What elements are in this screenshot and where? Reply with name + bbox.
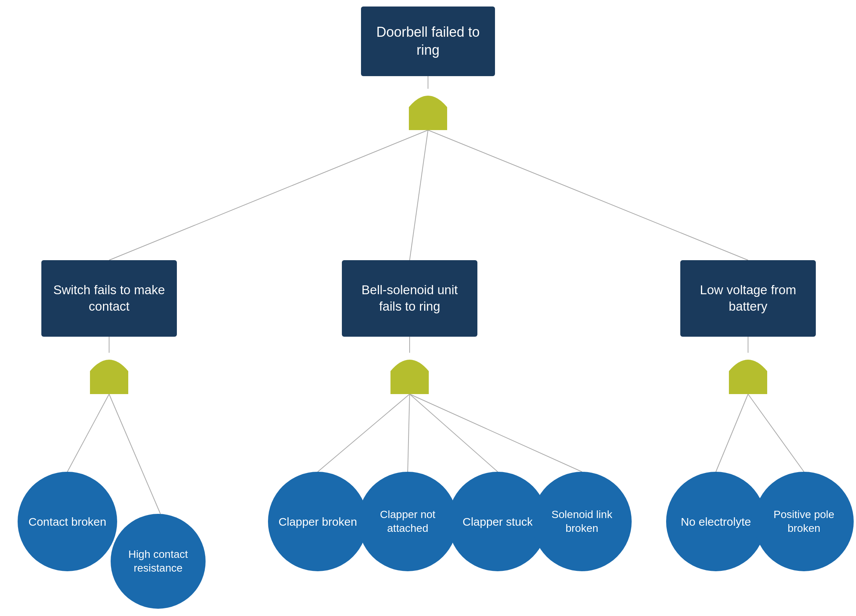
circle-positive-pole-broken: Positive pole broken — [754, 472, 854, 571]
circle-clapper-broken: Clapper broken — [268, 472, 368, 571]
gate-root — [405, 88, 451, 130]
right-box: Low voltage from battery — [680, 260, 816, 337]
svg-line-9 — [408, 394, 410, 472]
svg-line-8 — [318, 394, 410, 472]
gate-left — [86, 352, 132, 394]
fault-tree-diagram: Doorbell failed to ring Switch fails to … — [0, 0, 856, 616]
svg-line-14 — [748, 394, 804, 472]
svg-line-11 — [410, 394, 582, 472]
mid-box: Bell-solenoid unit fails to ring — [342, 260, 477, 337]
circle-solenoid-link-broken: Solenoid link broken — [532, 472, 632, 571]
svg-line-3 — [428, 130, 748, 260]
gate-right — [725, 352, 771, 394]
svg-line-1 — [109, 130, 428, 260]
circle-no-electrolyte: No electrolyte — [666, 472, 766, 571]
circle-contact-broken: Contact broken — [18, 472, 117, 571]
svg-line-5 — [67, 394, 109, 472]
circle-high-contact-resistance: High contact resistance — [111, 514, 206, 609]
svg-line-13 — [716, 394, 748, 472]
svg-line-10 — [410, 394, 498, 472]
svg-line-2 — [410, 130, 428, 260]
gate-mid — [387, 352, 433, 394]
root-box: Doorbell failed to ring — [361, 7, 495, 76]
circle-clapper-not-attached: Clapper not attached — [358, 472, 457, 571]
left-box: Switch fails to make contact — [41, 260, 177, 337]
svg-line-6 — [109, 394, 160, 514]
